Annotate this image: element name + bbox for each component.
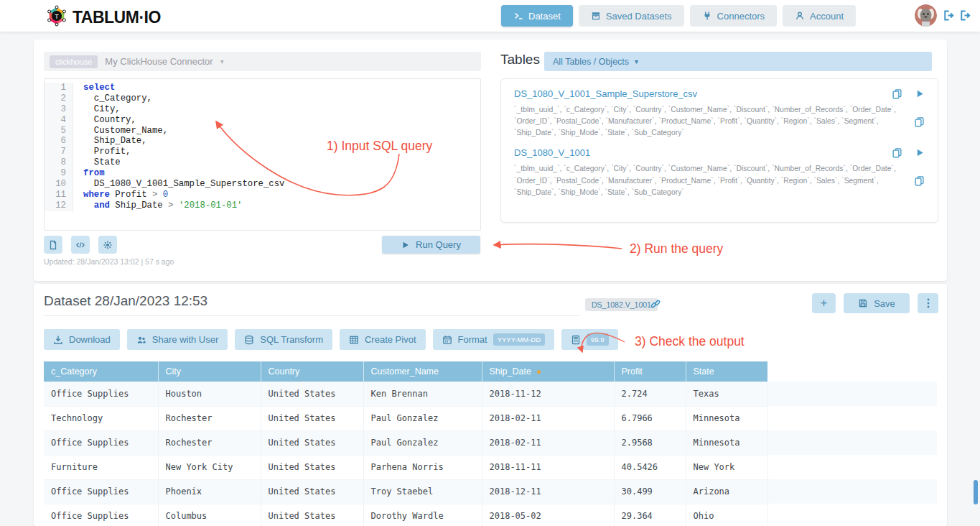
play-icon[interactable] (915, 89, 925, 98)
line-number: 5 (45, 126, 73, 137)
nav-label: Connectors (717, 11, 765, 22)
row-filler (767, 455, 937, 479)
updated-status: Updated: 28/Jan/2023 13:02 | 57 s ago (44, 257, 174, 266)
sql-editor[interactable]: 1select2 c_Category,3 City,4 Country,5 C… (44, 78, 481, 231)
table-name-link[interactable]: DS_1080_V_1001 (514, 147, 590, 158)
person-icon (795, 11, 805, 21)
column-header-country[interactable]: Country (261, 361, 363, 382)
editor-line[interactable]: 12 and Ship_Date > '2018-01-01' (45, 200, 480, 211)
editor-line[interactable]: 8 State (45, 157, 480, 168)
nav-account[interactable]: Account (783, 5, 856, 27)
copy-columns-icon[interactable] (914, 116, 925, 127)
gear-button[interactable] (98, 236, 117, 254)
table-cell: Technology (44, 406, 158, 430)
nav-label: Dataset (528, 11, 561, 22)
copy-icon[interactable] (892, 88, 902, 99)
format-button[interactable]: FormatYYYY-MM-DD (433, 329, 555, 350)
line-number: 9 (45, 168, 73, 179)
line-number: 4 (45, 115, 73, 126)
nav-connectors[interactable]: Connectors (690, 5, 777, 27)
editor-line[interactable]: 5 Customer_Name, (45, 126, 480, 137)
nav-dataset[interactable]: Dataset (501, 5, 573, 27)
connector-name: My ClickHouse Connector (105, 56, 213, 67)
code-text: where Profit > 0 (73, 190, 168, 200)
editor-line[interactable]: 9from (45, 168, 480, 179)
editor-line[interactable]: 3 City, (45, 104, 480, 115)
table-cell: Houston (158, 382, 261, 406)
result-grid-wrap: c_CategoryCityCountryCustomer_NameShip_D… (44, 361, 937, 526)
run-query-button[interactable]: Run Query (382, 236, 480, 254)
add-dataset-button[interactable]: + (812, 293, 836, 313)
code-text: Ship_Date, (73, 136, 147, 147)
column-header-profit[interactable]: Profit (614, 361, 686, 382)
table-row[interactable]: Office SuppliesPhoenixUnited StatesTroy … (44, 479, 937, 504)
table-cell: Paul Gonzalez (363, 430, 482, 455)
logo-text: TABLUM·IO (73, 8, 161, 27)
code-button[interactable] (71, 236, 90, 254)
row-filler (767, 430, 937, 455)
editor-line[interactable]: 10 DS_1080_V_1001_Sample_Superstore_csv (45, 179, 480, 190)
create-pivot-button[interactable]: Create Pivot (340, 329, 426, 350)
avatar[interactable] (915, 4, 937, 27)
table-grid-icon (349, 335, 359, 345)
table-cell: Ohio (686, 504, 767, 526)
tablum-logo-icon: T (46, 5, 67, 29)
row-filler (767, 406, 937, 430)
editor-line[interactable]: 2 c_Category, (45, 93, 480, 104)
table-name-link[interactable]: DS_1080_V_1001_Sample_Superstore_csv (514, 88, 697, 99)
title-divider (44, 315, 579, 316)
editor-line[interactable]: 1select (45, 83, 480, 93)
editor-line[interactable]: 4 Country, (45, 115, 480, 126)
table-cell: United States (261, 430, 363, 455)
logout-icon[interactable] (942, 9, 954, 22)
page-scrollbar[interactable] (974, 480, 978, 504)
download-button[interactable]: Download (44, 329, 120, 350)
line-number: 6 (45, 136, 73, 147)
row-filler (767, 382, 937, 406)
logout-alt-icon[interactable] (958, 9, 971, 22)
table-row[interactable]: TechnologyRochesterUnited StatesPaul Gon… (44, 406, 937, 430)
table-cell: United States (261, 455, 363, 479)
table-cell: United States (261, 406, 363, 430)
file-button[interactable] (44, 236, 62, 254)
save-button[interactable]: Save (844, 293, 910, 313)
column-header-city[interactable]: City (158, 361, 261, 382)
table-cell: Rochester (158, 406, 261, 430)
table-row[interactable]: Office SuppliesHoustonUnited StatesKen B… (44, 382, 937, 406)
table-row[interactable]: Office SuppliesColumbusUnited StatesDoro… (44, 504, 937, 526)
download-icon (53, 335, 63, 345)
more-options-button[interactable] (918, 293, 938, 313)
logo[interactable]: T TABLUM·IO (46, 5, 161, 29)
nav-label: Saved Datasets (606, 11, 672, 22)
tables-panel-title: Tables (500, 52, 540, 68)
save-icon (858, 298, 868, 308)
copy-columns-icon[interactable] (914, 175, 925, 186)
nav-saved-datasets[interactable]: Saved Datasets (579, 5, 684, 27)
column-header-ship_date[interactable]: Ship_Date (482, 361, 614, 382)
calendar-icon (442, 335, 452, 345)
table-cell: Phoenix (158, 479, 261, 504)
dataset-id-badge: DS_1082.V_1001 (585, 298, 658, 311)
play-icon[interactable] (915, 148, 925, 157)
column-header-c_category[interactable]: c_Category (44, 361, 158, 382)
copy-icon[interactable] (892, 147, 902, 158)
column-header-customer_name[interactable]: Customer_Name (363, 361, 482, 382)
header-filler (767, 361, 937, 382)
dataset-toolbar: DownloadShare with UserSQL TransformCrea… (44, 329, 618, 350)
line-number: 3 (45, 104, 73, 115)
play-icon (401, 241, 410, 249)
table-row[interactable]: Office SuppliesRochesterUnited StatesPau… (44, 430, 937, 455)
format-number-button[interactable]: 99.9 (561, 329, 618, 350)
sql-transform-button[interactable]: SQL Transform (235, 329, 332, 350)
tables-list: DS_1080_V_1001_Sample_Superstore_csv`_tb… (500, 78, 938, 223)
connector-select[interactable]: clickhouse My ClickHouse Connector ▾ (44, 52, 481, 71)
plug-icon (702, 11, 712, 21)
table-row[interactable]: FurnitureNew York CityUnited StatesParhe… (44, 455, 937, 479)
table-cell: Paul Gonzalez (363, 406, 482, 430)
share-with-user-button[interactable]: Share with User (127, 329, 228, 350)
editor-line[interactable]: 11where Profit > 0 (45, 190, 480, 200)
tables-filter-dropdown[interactable]: All Tables / Objects ▾ (544, 52, 932, 71)
column-header-state[interactable]: State (686, 361, 767, 382)
run-query-label: Run Query (416, 239, 461, 250)
link-icon[interactable] (650, 298, 661, 310)
